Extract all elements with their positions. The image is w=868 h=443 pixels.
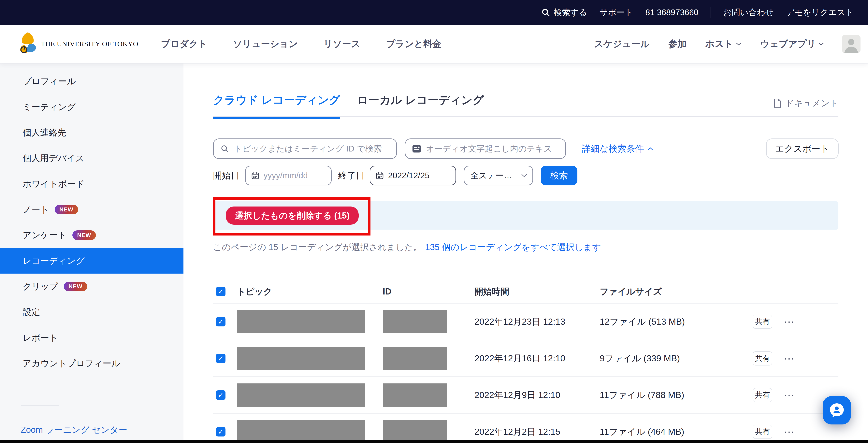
new-badge: NEW	[55, 205, 78, 214]
row-checkbox[interactable]: ✓	[216, 317, 225, 326]
support-chat-button[interactable]	[823, 396, 851, 424]
end-date-field[interactable]	[370, 166, 456, 185]
request-demo-link[interactable]: デモをリクエスト	[786, 7, 854, 18]
learning-center-link[interactable]: Zoom ラーニング センター	[21, 424, 127, 436]
more-actions-button[interactable]: ⋯	[784, 353, 795, 364]
share-button[interactable]: 共有	[753, 351, 772, 366]
chevron-down-icon	[521, 173, 527, 178]
status-dropdown[interactable]: 全ステー…	[464, 166, 533, 185]
nav-schedule[interactable]: スケジュール	[594, 38, 650, 50]
nav-item-solutions[interactable]: ソリューション	[233, 38, 298, 50]
col-header-size: ファイルサイズ	[600, 286, 753, 297]
share-button[interactable]: 共有	[753, 315, 772, 329]
sidebar-item-clips[interactable]: クリップ NEW	[0, 274, 183, 299]
col-header-topic: トピック	[237, 286, 383, 297]
support-link[interactable]: サポート	[599, 7, 633, 18]
search-row: 詳細な検索条件 エクスポート	[213, 138, 838, 159]
check-icon: ✓	[218, 392, 224, 399]
delete-selected-button[interactable]: 選択したものを削除する (15)	[226, 207, 359, 225]
audio-transcript-icon	[412, 144, 421, 153]
chevron-down-icon	[736, 42, 742, 46]
row-file-size: 12ファイル (513 MB)	[600, 316, 753, 327]
select-all-checkbox[interactable]: ✓	[216, 287, 225, 296]
start-date-field[interactable]	[245, 166, 332, 185]
profile-avatar[interactable]	[842, 35, 861, 53]
topic-search-field[interactable]	[213, 138, 397, 159]
sidebar-item-settings[interactable]: 設定	[0, 299, 183, 325]
start-date-input[interactable]	[264, 171, 326, 180]
nav-item-plans[interactable]: プランと料金	[386, 38, 441, 50]
share-button[interactable]: 共有	[753, 425, 772, 439]
redacted-id	[383, 420, 447, 440]
nav-item-products[interactable]: プロダクト	[161, 38, 207, 50]
documentation-link[interactable]: ドキュメント	[773, 97, 838, 109]
nav-join[interactable]: 参加	[669, 38, 686, 50]
sidebar-item-recordings[interactable]: レコーディング	[0, 248, 183, 274]
row-start-time: 2022年12月9日 12:10	[474, 389, 600, 401]
recording-tabs: クラウド レコーディング ローカル レコーディング	[213, 93, 484, 119]
transcript-search-field[interactable]	[405, 138, 566, 159]
redacted-id	[383, 383, 447, 407]
university-logo[interactable]: THE UNIVERSITY OF TOKYO	[19, 32, 138, 56]
bottom-black-strip	[0, 440, 868, 443]
col-header-start: 開始時間	[474, 286, 600, 297]
contact-link[interactable]: お問い合わせ	[723, 7, 774, 18]
tab-cloud-recordings[interactable]: クラウド レコーディング	[213, 93, 340, 119]
sidebar-item-profile[interactable]: プロフィール	[0, 68, 183, 94]
sidebar-item-notes[interactable]: ノート NEW	[0, 197, 183, 222]
row-start-time: 2022年12月2日 12:15	[474, 426, 600, 438]
nav-item-resources[interactable]: リソース	[323, 38, 361, 50]
calendar-icon	[375, 171, 384, 180]
chevron-up-icon	[647, 147, 653, 151]
main-content: クラウド レコーディング ローカル レコーディング ドキュメント	[183, 64, 868, 440]
advanced-search-toggle[interactable]: 詳細な検索条件	[582, 138, 653, 159]
sidebar-item-account-profile[interactable]: アカウントプロフィール	[0, 350, 183, 376]
calendar-icon	[251, 171, 259, 180]
chevron-down-icon	[818, 42, 824, 46]
row-checkbox[interactable]: ✓	[216, 427, 225, 437]
search-button[interactable]: 検索	[541, 166, 578, 185]
global-search-button[interactable]: 検索する	[541, 7, 587, 18]
filter-row: 開始日 終了日 全ステー…	[213, 166, 838, 185]
table-row: ✓ 2022年12月16日 12:10 9ファイル (339 MB) 共有 ⋯	[213, 340, 838, 377]
export-button[interactable]: エクスポート	[766, 138, 839, 159]
chat-bubble-person-icon	[829, 402, 845, 418]
sidebar-item-surveys[interactable]: アンケート NEW	[0, 222, 183, 248]
row-file-size: 11ファイル (464 MB)	[600, 426, 753, 438]
nav-webapp-menu[interactable]: ウェブアプリ	[760, 38, 824, 50]
sidebar-item-contacts[interactable]: 個人連絡先	[0, 120, 183, 146]
table-row: ✓ 2022年12月23日 12:13 12ファイル (513 MB) 共有 ⋯	[213, 304, 838, 340]
sidebar-item-whiteboard[interactable]: ホワイトボード	[0, 171, 183, 197]
row-file-size: 11ファイル (788 MB)	[600, 389, 753, 401]
more-actions-button[interactable]: ⋯	[784, 316, 795, 327]
sidebar-item-devices[interactable]: 個人用デバイス	[0, 146, 183, 171]
col-header-id: ID	[383, 287, 474, 296]
row-checkbox[interactable]: ✓	[216, 354, 225, 363]
tab-local-recordings[interactable]: ローカル レコーディング	[357, 93, 484, 119]
sidebar-item-meetings[interactable]: ミーティング	[0, 94, 183, 120]
row-start-time: 2022年12月16日 12:10	[474, 352, 600, 364]
transcript-search-input[interactable]	[426, 144, 559, 154]
topic-search-input[interactable]	[234, 144, 391, 154]
document-icon	[773, 98, 782, 108]
row-checkbox[interactable]: ✓	[216, 390, 225, 400]
check-icon: ✓	[218, 429, 224, 435]
check-icon: ✓	[218, 355, 224, 362]
phone-number[interactable]: 81 368973660	[646, 8, 699, 17]
main-navbar: THE UNIVERSITY OF TOKYO プロダクト ソリューション リソ…	[0, 25, 868, 64]
person-icon	[842, 35, 861, 53]
redacted-topic	[237, 420, 365, 440]
top-utility-bar: 検索する サポート 81 368973660 お問い合わせ デモをリクエスト	[0, 0, 868, 25]
more-actions-button[interactable]: ⋯	[784, 390, 795, 401]
select-all-link[interactable]: 135 個のレコーディングをすべて選択します	[425, 242, 601, 252]
sidebar-item-reports[interactable]: レポート	[0, 325, 183, 350]
global-search-label: 検索する	[554, 7, 587, 18]
row-file-size: 9ファイル (339 MB)	[600, 352, 753, 364]
more-actions-button[interactable]: ⋯	[784, 426, 795, 437]
nav-host-menu[interactable]: ホスト	[705, 38, 741, 50]
search-icon	[541, 8, 550, 17]
share-button[interactable]: 共有	[753, 388, 772, 402]
end-date-input[interactable]	[388, 171, 451, 180]
new-badge: NEW	[64, 282, 87, 291]
table-row: ✓ 2022年12月9日 12:10 11ファイル (788 MB) 共有 ⋯	[213, 377, 838, 414]
